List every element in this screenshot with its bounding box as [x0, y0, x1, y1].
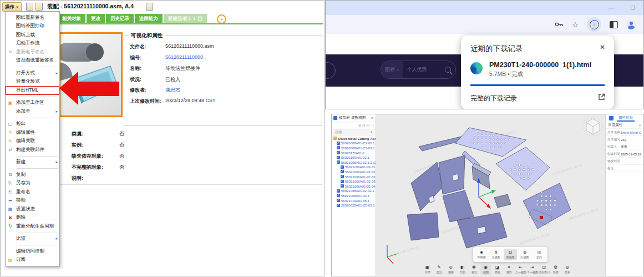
checkbox-icon[interactable]: [337, 146, 340, 149]
menu-item[interactable]: 道岔图纸重新签名 ▸: [6, 57, 59, 66]
tree-item[interactable]: 56021006A01-02.1.2 (2): [332, 160, 376, 165]
checkbox-icon[interactable]: [341, 170, 344, 173]
tree-item[interactable]: 56020190A01-02.1: [332, 155, 376, 160]
viewer-tool-button[interactable]: ⊖ 更多: [562, 264, 572, 275]
menu-item[interactable]: ▸: [6, 65, 59, 69]
tree-item[interactable]: 56021006A01-02-04.1: [332, 184, 376, 189]
tree-item[interactable]: 56020088A01-C1-02.1.prt: [332, 141, 376, 146]
menu-item[interactable]: ▸: [6, 231, 59, 235]
checkbox-icon[interactable]: [337, 189, 340, 193]
tree-item[interactable]: 56021006A01-02-01.1: [332, 165, 376, 170]
viewer-tool-button[interactable]: ⊡ 适应窗口: [539, 264, 549, 275]
viewer-tool-button[interactable]: ◪ 着色: [492, 264, 503, 275]
menu-item[interactable]: 新建 ▸: [6, 158, 59, 167]
search-icon[interactable]: [445, 67, 451, 73]
view-option-button[interactable]: ◎ 定向: [533, 249, 546, 260]
sidebar-toggle-icon[interactable]: [610, 21, 618, 28]
tree-item[interactable]: 56020170A01-1: [332, 150, 376, 155]
tree-item[interactable]: 56021006A01-02-02.1 (2): [332, 174, 376, 179]
restore-button[interactable]: □: [631, 4, 635, 11]
menu-item[interactable]: ▸: [6, 243, 59, 247]
viewer-tool-button[interactable]: ◧ 剖切: [457, 264, 468, 275]
tree-toolbar-icon[interactable]: ⊞: [358, 123, 361, 127]
menu-item[interactable]: ✖ 删除 ▸: [6, 214, 59, 223]
full-download-history-link[interactable]: 完整的下载记录: [470, 94, 517, 103]
password-key-icon[interactable]: [555, 21, 564, 28]
checkbox-icon[interactable]: [337, 160, 340, 164]
menu-item[interactable]: ▸: [6, 167, 59, 170]
checkbox-icon[interactable]: [337, 142, 340, 145]
view-option-button[interactable]: ⊕ 左视图: [518, 249, 531, 260]
tree-filter-box[interactable]: 搜索 ▾: [333, 129, 374, 135]
view-cube[interactable]: [584, 117, 602, 136]
tab-related-objects[interactable]: 相关对象: [58, 14, 85, 23]
viewer-tool-button[interactable]: ▣ 目录: [422, 264, 433, 275]
tree-toolbar-icon[interactable]: ◫: [366, 123, 369, 127]
menu-item[interactable]: ▦ 设置状态 ▸: [6, 205, 59, 214]
menu-item[interactable]: ✎ 编辑属性 ▸: [6, 128, 59, 137]
bookmark-star-icon[interactable]: ☆: [572, 21, 579, 28]
close-icon[interactable]: ✕: [371, 116, 374, 120]
menu-item[interactable]: ⎘ 另存为 ▸: [6, 179, 59, 188]
menu-item[interactable]: ➡ 移动 ▸: [6, 197, 59, 205]
menu-item[interactable]: ⧉ 复制 ▸: [6, 170, 59, 179]
tree-tab-assembly[interactable]: 装配视图: [352, 115, 366, 120]
menu-item[interactable]: 打开方式 ▸: [6, 69, 59, 78]
props-tab[interactable]: 属性信息: [617, 114, 635, 122]
menu-item[interactable]: ▤ 订阅 ▸: [6, 256, 59, 265]
tree-toolbar-icon[interactable]: ‹: [371, 123, 372, 127]
checkbox-icon[interactable]: [337, 204, 340, 207]
viewer-tool-button[interactable]: ✚ 标注: [469, 264, 479, 275]
menu-item[interactable]: 添加至 ▸: [6, 107, 59, 116]
tree-toolbar-icon[interactable]: ⊟: [362, 123, 365, 127]
menu-item[interactable]: 图纸重新签名 ▸: [6, 13, 59, 22]
menu-item[interactable]: ⎗ 重命名 ▸: [6, 188, 59, 197]
webpage-search-bar[interactable]: 图标 ∨ 个人优势: [381, 61, 456, 79]
checkbox-icon[interactable]: [341, 184, 344, 188]
menu-item[interactable]: 轻量化预览 ▸: [6, 78, 59, 87]
viewer-tool-button[interactable]: ⇤ 上一视图: [515, 264, 526, 275]
profile-avatar[interactable]: [626, 20, 636, 29]
tab-changes[interactable]: 更改: [87, 14, 105, 23]
menu-item[interactable]: 图纸上载 ▸: [6, 31, 59, 39]
viewer-tool-button[interactable]: ⚙ 设置: [550, 264, 561, 275]
tab-traceability[interactable]: 追踪能力: [135, 14, 163, 23]
tree-item[interactable]: Sheet-Metal-Cutting-Assy.1: [332, 136, 376, 141]
tree-item[interactable]: 56021006A01-02-03.1: [332, 179, 376, 184]
menu-item[interactable]: ✎ 编辑关联 ▸: [6, 137, 59, 146]
tree-item[interactable]: 56020088A01-C1-03.1.prt: [332, 145, 376, 150]
view-option-button[interactable]: ⋔ 正视图: [489, 249, 503, 260]
checkbox-icon[interactable]: [337, 194, 340, 197]
tree-item[interactable]: 56021008A01-02-02.1: [332, 189, 376, 194]
menu-item[interactable]: ▸: [6, 154, 59, 158]
menu-item[interactable]: ↻ 重新分配生命周期 ▸: [6, 222, 59, 231]
props-grid-icon[interactable]: [609, 116, 613, 120]
checkbox-icon[interactable]: [337, 156, 340, 159]
tab-settings-icon[interactable]: ●: [217, 14, 226, 24]
close-icon[interactable]: ✕: [600, 43, 605, 51]
tree-item[interactable]: 56021006A01-02-02.1: [332, 169, 376, 174]
tab-history[interactable]: 历史记录: [106, 14, 134, 23]
external-link-icon[interactable]: [598, 93, 605, 103]
tree-tab-model[interactable]: 模型树: [339, 115, 350, 120]
menu-item[interactable]: ▸: [6, 95, 59, 99]
tree-item[interactable]: 56021010A01-05.1: [332, 198, 376, 203]
tab-new-custom[interactable]: 新建选项卡 1 ✕: [164, 14, 207, 23]
actions-menu-button[interactable]: 操作 ▼: [2, 2, 22, 12]
menu-item[interactable]: ▢ 检出 ▸: [6, 120, 59, 129]
tree-toolbar-icon[interactable]: ›: [373, 123, 374, 127]
view-option-button[interactable]: Ω 俯视图: [504, 249, 517, 260]
props-section-header[interactable]: 常用属性 ∨: [606, 122, 643, 129]
checkbox-icon[interactable]: [341, 165, 344, 169]
close-icon[interactable]: ✕: [197, 16, 203, 21]
menu-item[interactable]: 比较 ▸: [6, 235, 59, 244]
tree-item[interactable]: 56021008A01-03.1: [332, 193, 376, 198]
tree-item[interactable]: 56020028A01-C5-02.1: [332, 203, 376, 208]
view-option-button[interactable]: ◈ 等轴测: [475, 249, 488, 260]
menu-item[interactable]: ▣ 添加至工作区 ▸: [6, 99, 59, 108]
viewer-tool-button[interactable]: ◉ 视图: [480, 264, 491, 275]
checkbox-icon[interactable]: [337, 199, 340, 202]
search-category-dropdown[interactable]: 图标 ∨: [381, 61, 403, 78]
menu-item[interactable]: 导出HTML ▸: [6, 86, 59, 95]
checkbox-icon[interactable]: [341, 180, 344, 183]
